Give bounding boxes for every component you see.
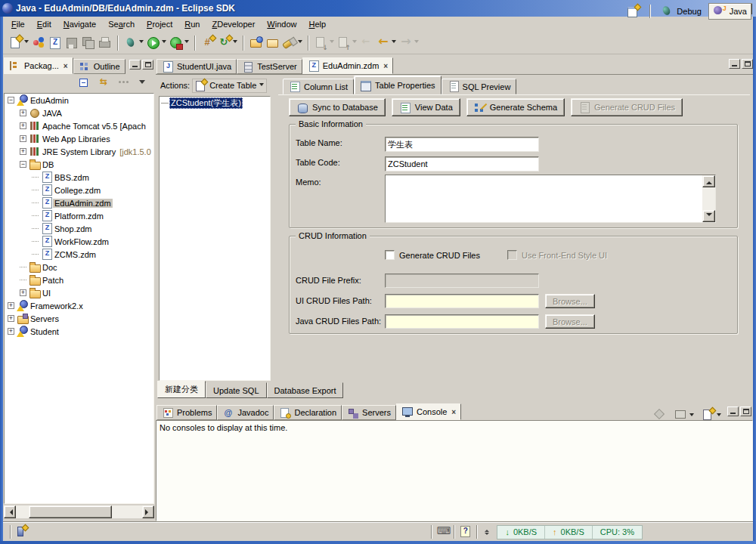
panel-maximize-button[interactable] [740, 406, 751, 416]
tree-item-eduadmin-zdm[interactable]: EduAdmin.zdm [5, 196, 153, 209]
panel-minimize-button[interactable] [727, 406, 739, 416]
tree-item-db[interactable]: −DB [5, 158, 153, 171]
tab-package-explorer[interactable]: Packag... × [4, 57, 73, 74]
help-icon[interactable] [459, 525, 472, 539]
new-wizard-button[interactable] [8, 34, 30, 52]
editor-tab-eduadmin-zdm[interactable]: EduAdmin.zdm× [302, 57, 393, 74]
sync-to-database-button[interactable]: Sync to Database [289, 98, 386, 116]
open-folder-button[interactable] [265, 34, 281, 52]
tree-item-ui[interactable]: +UI [5, 286, 153, 299]
link-with-editor-button[interactable] [96, 74, 113, 92]
perspective-java-button[interactable]: Java [708, 3, 751, 20]
editor-minimize-button[interactable] [729, 59, 740, 69]
menu-search[interactable]: Search [103, 18, 140, 30]
tab-outline[interactable]: Outline [73, 59, 125, 74]
tree-item-bbs-zdm[interactable]: BBS.zdm [5, 171, 153, 184]
menu-navigate[interactable]: Navigate [58, 18, 101, 30]
tree-item-college-zdm[interactable]: College.zdm [5, 184, 153, 196]
table-code-input[interactable] [385, 156, 539, 172]
ui-browse-button[interactable]: Browse... [545, 294, 595, 308]
generate-schema-button[interactable]: Generate Schema [466, 98, 565, 116]
create-table-button[interactable]: Create Table [192, 79, 267, 93]
memo-scrollbar[interactable] [702, 175, 715, 222]
menu-zdeveloper[interactable]: ZDeveloper [206, 18, 260, 30]
tree-toggle[interactable]: − [8, 97, 14, 104]
fast-view-icon[interactable] [15, 525, 29, 539]
tree-item-patch[interactable]: Patch [5, 274, 153, 286]
editor-bottom-tab-item[interactable]: 新建分类 [157, 381, 206, 398]
editor-tab-studentui-java[interactable]: StudentUI.java [156, 59, 237, 74]
menu-edit[interactable]: Edit [32, 18, 57, 30]
tree-toggle[interactable]: + [20, 148, 26, 155]
ui-crud-files-path-input[interactable] [385, 294, 539, 308]
scroll-down-button[interactable] [702, 210, 715, 222]
tree-item-zcms-zdm[interactable]: ZCMS.zdm [5, 248, 153, 261]
z-module-button[interactable] [47, 34, 64, 52]
tree-toggle[interactable]: + [20, 135, 26, 142]
tree-toggle[interactable]: + [8, 315, 14, 322]
editor-maximize-button[interactable] [742, 59, 753, 69]
view-data-button[interactable]: View Data [392, 98, 460, 116]
scrollbar-thumb[interactable] [29, 505, 112, 518]
tree-item-workflow-zdm[interactable]: WorkFlow.zdm [5, 235, 153, 248]
keyboard-icon[interactable] [436, 525, 450, 539]
panel-tab-javadoc[interactable]: Javadoc [217, 405, 274, 420]
java-crud-files-path-input[interactable] [385, 314, 539, 329]
menu-file[interactable]: File [6, 18, 30, 30]
tree-item-student[interactable]: +Student [5, 325, 153, 338]
generate-crud-files-checkbox[interactable] [385, 250, 395, 260]
panel-tab-servers[interactable]: Servers [342, 405, 396, 420]
close-view-icon[interactable]: × [62, 62, 68, 70]
properties-tab-column-list[interactable]: Column List [283, 79, 354, 94]
back-button[interactable] [375, 34, 398, 52]
view-minimize-button[interactable] [129, 60, 141, 70]
menu-window[interactable]: Window [262, 18, 302, 30]
editor-bottom-tab-update-sql[interactable]: Update SQL [206, 382, 267, 398]
close-icon[interactable]: × [382, 62, 388, 70]
java-browse-button[interactable]: Browse... [545, 314, 595, 329]
collapse-all-button[interactable] [76, 74, 93, 92]
view-maximize-button[interactable] [142, 60, 153, 70]
tree-toggle[interactable]: + [20, 122, 26, 129]
search-button[interactable] [281, 34, 304, 52]
tree-item-servers[interactable]: +Servers [5, 312, 153, 325]
tree-item-shop-zdm[interactable]: Shop.zdm [5, 222, 153, 235]
tree-item-web-app-libraries[interactable]: +Web App Libraries [5, 132, 153, 145]
tree-item-doc[interactable]: Doc [5, 261, 153, 274]
tree-toggle[interactable]: + [20, 289, 26, 296]
external-tools-button[interactable] [168, 34, 191, 52]
status-spinner[interactable] [485, 527, 489, 537]
table-name-input[interactable] [385, 137, 539, 152]
tree-item-framework2-x[interactable]: +Framework2.x [5, 299, 153, 312]
tree-toggle[interactable]: + [20, 110, 26, 116]
tree-toggle[interactable]: + [8, 328, 14, 335]
menu-help[interactable]: Help [304, 18, 332, 30]
tree-item-apache-tomcat-v5-5-apach[interactable]: +Apache Tomcat v5.5 [Apach [5, 119, 153, 132]
scroll-left-button[interactable] [4, 505, 16, 518]
create-artifact-button[interactable] [200, 34, 216, 52]
properties-tab-table-properties[interactable]: Table Properties [354, 76, 442, 94]
menu-project[interactable]: Project [141, 18, 178, 30]
editor-bottom-tab-database-export[interactable]: Database Export [267, 382, 344, 398]
close-icon[interactable]: × [450, 408, 456, 416]
open-perspective-button[interactable] [622, 3, 645, 20]
scroll-right-button[interactable] [142, 505, 154, 518]
panel-tab-console[interactable]: Console× [396, 403, 461, 420]
horizontal-scrollbar[interactable] [4, 505, 154, 518]
editor-tab-testserver[interactable]: TestServer [237, 59, 302, 74]
panel-tab-declaration[interactable]: Declaration [274, 405, 342, 420]
perspective-debug-button[interactable]: Debug [655, 3, 705, 20]
view-menu-button[interactable] [135, 74, 152, 92]
panel-tab-problems[interactable]: Problems [156, 405, 217, 420]
zdeveloper-button[interactable] [30, 34, 47, 52]
refresh-model-button[interactable] [216, 34, 239, 52]
use-front-end-style-checkbox[interactable] [507, 250, 517, 260]
properties-tab-sql-preview[interactable]: SQL Preview [442, 79, 517, 94]
tree-item-eduadmin[interactable]: −EduAdmin [5, 94, 153, 107]
debug-button[interactable] [122, 34, 145, 52]
tree-toggle[interactable]: − [20, 161, 26, 168]
tree-item-platform-zdm[interactable]: Platform.zdm [5, 209, 153, 222]
menu-run[interactable]: Run [179, 18, 205, 30]
tree-item-jre-system-library[interactable]: +JRE System Library[jdk1.5.0 [5, 145, 153, 158]
tree-item-java[interactable]: +JAVA [5, 107, 153, 119]
